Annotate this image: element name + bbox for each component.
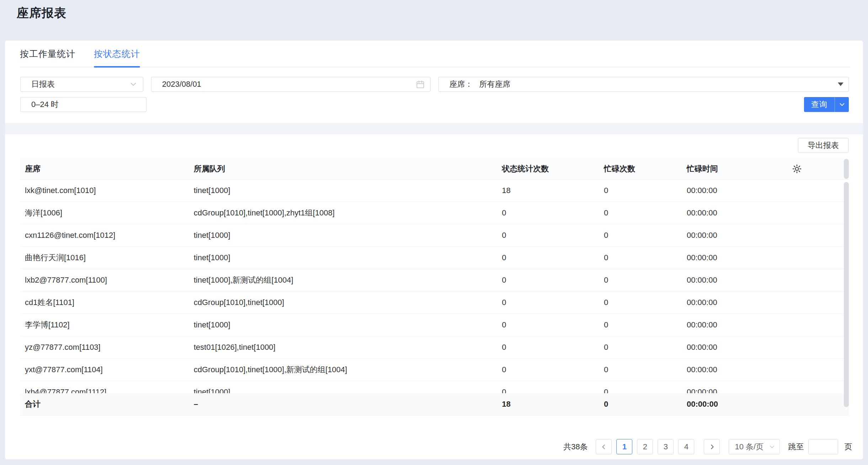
calendar-icon bbox=[416, 80, 425, 89]
tab-status-stats[interactable]: 按状态统计 bbox=[94, 41, 140, 67]
table-cell: tinet[1000] bbox=[189, 231, 497, 240]
table-cell: 00:00:00 bbox=[682, 320, 770, 330]
total-label: 合计 bbox=[20, 399, 189, 410]
col-header-status-count: 状态统计次数 bbox=[497, 164, 599, 174]
page-size-select[interactable]: 10 条/页 bbox=[729, 439, 780, 454]
report-table: 座席 所属队列 状态统计次数 忙碌次数 忙碌时间 lxk@tinet.com[1… bbox=[20, 158, 849, 416]
table-cell: cdGroup[1010],tinet[1000] bbox=[189, 298, 497, 307]
agent-select-label: 座席： bbox=[449, 79, 473, 90]
table-cell: 0 bbox=[599, 320, 682, 330]
table-row: lxb2@77877.com[1100]tinet[1000],新测试的组[10… bbox=[20, 269, 849, 292]
col-header-agent: 座席 bbox=[20, 164, 189, 174]
report-type-select[interactable]: 日报表 bbox=[20, 77, 143, 92]
table-body: lxk@tinet.com[1010]tinet[1000]18000:00:0… bbox=[20, 180, 849, 416]
table-cell: 海洋[1006] bbox=[20, 208, 189, 218]
table-cell: lxk@tinet.com[1010] bbox=[20, 186, 189, 195]
table-row: cxn1126@tinet.com[1012]tinet[1000]0000:0… bbox=[20, 224, 849, 247]
page-number-buttons: 1234 bbox=[616, 439, 694, 454]
table-row: 曲艳行天润[1016]tinet[1000]0000:00:00 bbox=[20, 247, 849, 269]
query-button[interactable]: 查询 bbox=[804, 97, 835, 112]
table-cell: cxn1126@tinet.com[1012] bbox=[20, 231, 189, 240]
main-card: 按工作量统计 按状态统计 日报表 2023/08/01 座席： 所有座席 0–2… bbox=[5, 41, 863, 459]
table-cell: yz@77877.com[1103] bbox=[20, 343, 189, 352]
table-cell: 00:00:00 bbox=[682, 298, 770, 307]
total-queue: – bbox=[189, 400, 497, 409]
table-body-rows: lxk@tinet.com[1010]tinet[1000]18000:00:0… bbox=[20, 180, 849, 403]
chevron-down-icon bbox=[768, 443, 776, 451]
prev-page-button[interactable] bbox=[596, 439, 612, 454]
table-header-row: 座席 所属队列 状态统计次数 忙碌次数 忙碌时间 bbox=[20, 158, 849, 180]
table-total-row: 合计 – 18 0 00:00:00 bbox=[20, 393, 849, 416]
table-cell: 0 bbox=[599, 298, 682, 307]
table-cell: tinet[1000],新测试的组[1004] bbox=[189, 275, 497, 285]
table-cell: tinet[1000] bbox=[189, 253, 497, 262]
table-cell: 0 bbox=[599, 253, 682, 262]
agent-select-value: 所有座席 bbox=[479, 79, 838, 90]
page-button-3[interactable]: 3 bbox=[658, 439, 674, 454]
table-cell: tinet[1000] bbox=[189, 320, 497, 330]
total-status-count: 18 bbox=[497, 400, 599, 409]
query-split-button: 查询 bbox=[804, 97, 849, 112]
table-cell: 00:00:00 bbox=[682, 365, 770, 374]
export-report-button[interactable]: 导出报表 bbox=[798, 138, 848, 153]
hours-range-input[interactable]: 0–24 时 bbox=[20, 97, 146, 112]
table-cell: cdGroup[1010],tinet[1000],新测试的组[1004] bbox=[189, 364, 497, 375]
page-unit-label: 页 bbox=[844, 442, 852, 452]
table-cell: 0 bbox=[497, 231, 599, 240]
tab-bar: 按工作量统计 按状态统计 bbox=[20, 41, 850, 67]
col-header-queue: 所属队列 bbox=[189, 164, 497, 174]
table-cell: 0 bbox=[497, 365, 599, 374]
page-button-2[interactable]: 2 bbox=[637, 439, 653, 454]
table-row: lxk@tinet.com[1010]tinet[1000]18000:00:0… bbox=[20, 180, 849, 202]
scrollbar-thumb[interactable] bbox=[844, 182, 849, 407]
table-cell: 0 bbox=[497, 276, 599, 285]
table-cell: 0 bbox=[599, 186, 682, 195]
column-settings-gear-icon[interactable] bbox=[792, 164, 802, 174]
report-type-value: 日报表 bbox=[31, 79, 129, 90]
table-row: cd1姓名[1101]cdGroup[1010],tinet[1000]0000… bbox=[20, 292, 849, 314]
table-cell: 00:00:00 bbox=[682, 343, 770, 352]
next-page-button[interactable] bbox=[704, 439, 720, 454]
table-cell: tinet[1000] bbox=[189, 186, 497, 195]
total-busy-time: 00:00:00 bbox=[682, 400, 770, 409]
caret-down-icon bbox=[838, 82, 843, 86]
table-cell: 0 bbox=[599, 343, 682, 352]
table-cell: 00:00:00 bbox=[682, 231, 770, 240]
table-cell: 00:00:00 bbox=[682, 208, 770, 218]
query-dropdown-button[interactable] bbox=[835, 97, 849, 112]
scrollbar-thumb[interactable] bbox=[844, 159, 849, 179]
pagination: 共38条 1234 10 条/页 跳至 页 bbox=[563, 439, 852, 454]
table-cell: 0 bbox=[497, 208, 599, 218]
table-cell: 00:00:00 bbox=[682, 276, 770, 285]
date-picker-input[interactable]: 2023/08/01 bbox=[151, 77, 430, 92]
table-cell: 0 bbox=[497, 298, 599, 307]
page-button-4[interactable]: 4 bbox=[678, 439, 694, 454]
col-header-busy-time: 忙碌时间 bbox=[682, 164, 770, 174]
table-row: 李学博[1102]tinet[1000]0000:00:00 bbox=[20, 314, 849, 336]
table-row: yxt@77877.com[1104]cdGroup[1010],tinet[1… bbox=[20, 359, 849, 381]
agent-select[interactable]: 座席： 所有座席 bbox=[438, 77, 849, 92]
table-cell: 0 bbox=[599, 231, 682, 240]
page-button-1[interactable]: 1 bbox=[616, 439, 632, 454]
table-cell: 18 bbox=[497, 186, 599, 195]
table-cell: 0 bbox=[497, 343, 599, 352]
date-value: 2023/08/01 bbox=[162, 80, 416, 89]
table-cell: 0 bbox=[599, 365, 682, 374]
table-cell: 0 bbox=[599, 276, 682, 285]
jump-to-page-input[interactable] bbox=[808, 439, 838, 454]
table-cell: 00:00:00 bbox=[682, 253, 770, 262]
tab-workload-stats[interactable]: 按工作量统计 bbox=[20, 41, 75, 67]
section-separator bbox=[5, 123, 863, 134]
table-cell: cdGroup[1010],tinet[1000],zhyt1组[1008] bbox=[189, 208, 497, 218]
chevron-down-icon bbox=[838, 101, 846, 108]
chevron-left-icon bbox=[600, 443, 608, 451]
table-cell: 曲艳行天润[1016] bbox=[20, 252, 189, 263]
hours-range-value: 0–24 时 bbox=[31, 99, 141, 110]
table-cell: yxt@77877.com[1104] bbox=[20, 365, 189, 374]
chevron-down-icon bbox=[129, 80, 138, 89]
table-row: 海洋[1006]cdGroup[1010],tinet[1000],zhyt1组… bbox=[20, 202, 849, 224]
total-busy-count: 0 bbox=[599, 400, 682, 409]
page-size-value: 10 条/页 bbox=[735, 442, 763, 452]
table-cell: cd1姓名[1101] bbox=[20, 297, 189, 308]
table-cell: test01[1026],tinet[1000] bbox=[189, 343, 497, 352]
